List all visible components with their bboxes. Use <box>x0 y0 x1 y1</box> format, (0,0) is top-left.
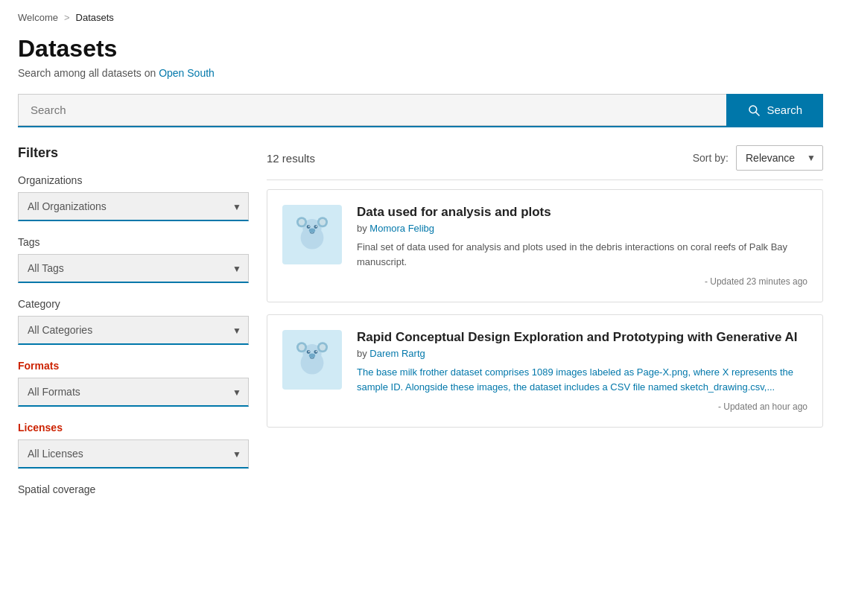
dataset-desc-1: Final set of data used for analysis and … <box>357 240 807 269</box>
svg-point-11 <box>316 226 317 227</box>
breadcrumb-welcome[interactable]: Welcome <box>18 12 58 23</box>
breadcrumb: Welcome > Datasets <box>18 12 823 23</box>
dataset-desc-2: The base milk frother dataset comprises … <box>357 365 807 394</box>
filter-tags-label: Tags <box>18 236 249 248</box>
dataset-updated-1: - Updated 23 minutes ago <box>357 276 807 287</box>
open-south-link[interactable]: Open South <box>159 67 215 79</box>
svg-point-12 <box>309 229 315 233</box>
dataset-author-link-2[interactable]: Darem Rartg <box>369 348 425 359</box>
tags-select[interactable]: All Tags <box>18 254 249 283</box>
svg-line-1 <box>756 112 760 115</box>
filter-formats-label: Formats <box>18 360 249 372</box>
sort-select-wrapper: Relevance Date Name ▼ <box>736 145 823 171</box>
filters-sidebar: Filters Organizations All Organizations … <box>18 145 249 510</box>
svg-point-5 <box>299 219 305 225</box>
dataset-card: Data used for analysis and plots by Momo… <box>267 189 823 302</box>
search-input[interactable] <box>18 94 726 126</box>
filter-spatial-label: Spatial coverage <box>18 483 249 495</box>
dataset-author-1: by Momora Felibg <box>357 223 807 234</box>
svg-point-23 <box>309 354 315 358</box>
koala-icon-2 <box>291 339 333 381</box>
filter-formats: Formats All Formats ▼ <box>18 360 249 407</box>
filter-category-label: Category <box>18 298 249 310</box>
filter-category: Category All Categories ▼ <box>18 298 249 345</box>
dataset-card-2: Rapid Conceptual Design Exploration and … <box>267 314 823 428</box>
breadcrumb-current: Datasets <box>76 12 114 23</box>
organizations-select[interactable]: All Organizations <box>18 192 249 221</box>
sort-label: Sort by: <box>693 152 729 164</box>
filter-licenses-label: Licenses <box>18 422 249 434</box>
search-button-label: Search <box>767 104 802 116</box>
filter-spatial-coverage: Spatial coverage <box>18 483 249 495</box>
search-icon <box>747 104 761 117</box>
dataset-updated-2: - Updated an hour ago <box>357 401 807 412</box>
filter-licenses: Licenses All Licenses ▼ <box>18 422 249 469</box>
svg-point-20 <box>314 350 317 354</box>
sort-select[interactable]: Relevance Date Name <box>736 145 823 171</box>
page-subtitle: Search among all datasets on Open South <box>18 67 823 79</box>
results-header: 12 results Sort by: Relevance Date Name … <box>267 145 823 180</box>
svg-point-10 <box>308 226 310 227</box>
search-bar: Search <box>18 94 823 127</box>
svg-point-16 <box>299 344 305 350</box>
svg-point-21 <box>308 351 310 352</box>
dataset-info-1: Data used for analysis and plots by Momo… <box>357 205 807 287</box>
dataset-author-link-1[interactable]: Momora Felibg <box>369 223 434 234</box>
dataset-author-2: by Darem Rartg <box>357 348 807 359</box>
svg-point-22 <box>316 351 317 352</box>
koala-icon-1 <box>291 214 333 255</box>
dataset-title-1: Data used for analysis and plots <box>357 205 807 220</box>
formats-select[interactable]: All Formats <box>18 378 249 407</box>
sort-row: Sort by: Relevance Date Name ▼ <box>693 145 823 171</box>
breadcrumb-separator: > <box>64 12 70 23</box>
filter-tags: Tags All Tags ▼ <box>18 236 249 283</box>
svg-point-7 <box>320 219 326 225</box>
category-select[interactable]: All Categories <box>18 316 249 345</box>
dataset-thumbnail-1 <box>282 205 342 264</box>
filter-organizations-label: Organizations <box>18 174 249 186</box>
filters-title: Filters <box>18 145 249 161</box>
licenses-select[interactable]: All Licenses <box>18 439 249 469</box>
search-button[interactable]: Search <box>726 94 823 126</box>
results-count: 12 results <box>267 152 315 165</box>
svg-point-9 <box>314 225 317 229</box>
dataset-thumbnail-2 <box>282 330 342 390</box>
results-area: 12 results Sort by: Relevance Date Name … <box>267 145 823 510</box>
svg-point-0 <box>749 106 757 113</box>
dataset-title-2: Rapid Conceptual Design Exploration and … <box>357 330 807 345</box>
filter-organizations: Organizations All Organizations ▼ <box>18 174 249 221</box>
svg-point-19 <box>307 350 311 354</box>
svg-point-8 <box>307 225 311 229</box>
svg-point-18 <box>320 344 326 350</box>
dataset-info-2: Rapid Conceptual Design Exploration and … <box>357 330 807 412</box>
page-title: Datasets <box>18 35 823 63</box>
